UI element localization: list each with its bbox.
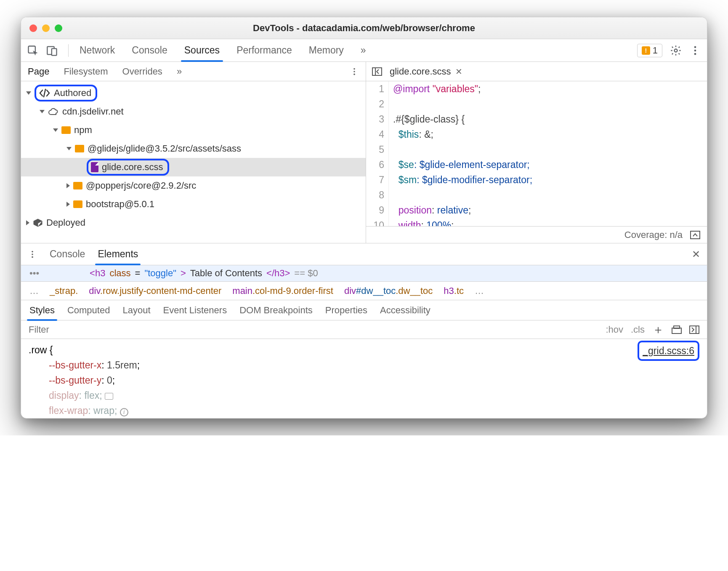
sources-split: Page Filesystem Overrides » Authored [21,62,707,243]
gutter: 1 2 3 4 5 6 7 8 9 10 11 [366,81,389,226]
tree-label: bootstrap@5.0.1 [86,199,154,210]
tok: "variables" [433,83,478,94]
crumb[interactable]: main.col-md-9.order-first [232,286,333,296]
crumb[interactable]: _strap. [50,286,78,296]
styles-tabs: Styles Computed Layout Event Listeners D… [21,300,707,320]
tab-computed[interactable]: Computed [67,305,110,316]
kebab-icon[interactable] [689,45,701,56]
tree-popper[interactable]: @popperjs/core@2.9.2/src [21,176,366,195]
code-editor[interactable]: 1 2 3 4 5 6 7 8 9 10 11 @import "variabl… [366,81,707,226]
rule-source[interactable]: _grid.scss:6 [638,341,699,361]
warning-count: 1 [653,45,658,56]
tab-styles[interactable]: Styles [29,305,55,316]
box-model-icon[interactable] [672,326,682,334]
css-prop: --bs-gutter-x [49,360,101,371]
inspect-icon[interactable] [27,45,39,56]
tree-bootstrap[interactable]: bootstrap@5.0.1 [21,195,366,213]
kebab-icon[interactable] [28,250,37,259]
crumb[interactable]: div.row.justify-content-md-center [89,286,221,296]
highlight-ring: Authored [35,85,97,101]
editor-tab[interactable]: glide.core.scss ✕ [390,66,462,77]
svg-point-3 [675,49,678,52]
css-rule[interactable]: _grid.scss:6 .row { --bs-gutter-x: 1.5re… [21,339,707,418]
window-title: DevTools - datacadamia.com/web/browser/c… [21,23,707,34]
tok: width [399,220,421,226]
highlight-ring: glide.core.scss [87,159,169,176]
folder-icon [61,126,71,134]
tab-properties[interactable]: Properties [325,305,367,316]
tree-label: @popperjs/core@2.9.2/src [86,180,196,191]
cls-toggle[interactable]: .cls [631,324,645,335]
line-num: 4 [366,127,384,142]
gear-icon[interactable] [670,45,682,56]
warning-icon: ! [642,46,650,55]
tab-dom-breakpoints[interactable]: DOM Breakpoints [239,305,313,316]
tab-accessibility[interactable]: Accessibility [380,305,430,316]
plus-icon[interactable]: ＋ [652,322,664,338]
info-icon[interactable]: i [120,408,128,416]
tree-label: glide.core.scss [102,162,163,173]
tok: ; [468,205,471,216]
hov-toggle[interactable]: :hov [606,324,623,335]
caret-icon [53,128,58,132]
kebab-icon[interactable] [350,67,359,76]
css-prop: flex-wrap [49,405,88,416]
svg-rect-12 [691,231,700,239]
titlebar: DevTools - datacadamia.com/web/browser/c… [21,17,707,39]
device-toggle-icon[interactable] [46,45,58,56]
drawer-tabs: Console Elements ✕ [21,243,707,265]
tree-cdn[interactable]: cdn.jsdelivr.net [21,102,366,121]
tree-label: @glidejs/glide@3.5.2/src/assets/sass [88,143,241,154]
code-icon [39,88,50,98]
ellipsis-icon: ••• [29,268,39,279]
tree-npm[interactable]: npm [21,121,366,139]
line-num: 6 [366,157,384,172]
tree-selected-file[interactable]: glide.core.scss [21,158,366,176]
tab-sources[interactable]: Sources [183,45,221,56]
tab-layout[interactable]: Layout [122,305,150,316]
nav-tab-filesystem[interactable]: Filesystem [64,66,108,77]
minimize-button[interactable] [42,24,50,32]
svg-point-9 [353,73,355,75]
tree-deployed[interactable]: Deployed [21,213,366,232]
tree-glide-path[interactable]: @glidejs/glide@3.5.2/src/assets/sass [21,139,366,158]
close-button[interactable] [29,24,37,32]
tab-listeners[interactable]: Event Listeners [163,305,227,316]
tree-label: npm [74,125,92,136]
tab-memory[interactable]: Memory [308,45,345,56]
tab-performance[interactable]: Performance [236,45,293,56]
warning-badge[interactable]: ! 1 [637,44,662,57]
tabs-overflow[interactable]: » [360,45,367,56]
toggle-sidebar-icon[interactable] [372,67,382,76]
navigator-pane: Page Filesystem Overrides » Authored [21,62,366,243]
code-area[interactable]: @import "variables"; .#{$glide-class} { … [389,81,707,226]
breadcrumb[interactable]: … _strap. div.row.justify-content-md-cen… [21,282,707,300]
nav-tabs-overflow[interactable]: » [177,66,182,77]
line-num: 10 [366,218,384,226]
tab-network[interactable]: Network [79,45,116,56]
drawer-tab-elements[interactable]: Elements [98,248,138,260]
crumb[interactable]: h3.tc [444,286,464,296]
rule-source-link[interactable]: _grid.scss:6 [643,343,694,358]
tab-console[interactable]: Console [131,45,168,56]
tree-label: Deployed [46,217,85,228]
css-prop: --bs-gutter-y [49,375,101,386]
maximize-button[interactable] [55,24,62,32]
collapse-icon[interactable] [690,231,700,239]
nav-tab-page[interactable]: Page [28,66,49,77]
flex-badge-icon[interactable] [105,393,113,400]
drawer: Console Elements ✕ ••• <h3 class="toggle… [21,243,707,418]
sidebar-toggle-icon[interactable] [689,326,699,334]
filter-input[interactable] [29,324,598,335]
close-tab-icon[interactable]: ✕ [455,67,462,77]
tree-authored[interactable]: Authored [21,84,366,102]
elements-selected-row[interactable]: ••• <h3 class="toggle">Table of Contents… [21,265,707,282]
tok: $se [399,159,414,170]
close-drawer-icon[interactable]: ✕ [692,248,700,260]
tok: : [421,220,426,226]
line-num: 3 [366,112,384,127]
nav-tab-overrides[interactable]: Overrides [122,66,162,77]
css-val: 1.5rem [107,360,137,371]
crumb[interactable]: div#dw__toc.dw__toc [344,286,433,296]
drawer-tab-console[interactable]: Console [50,248,85,260]
